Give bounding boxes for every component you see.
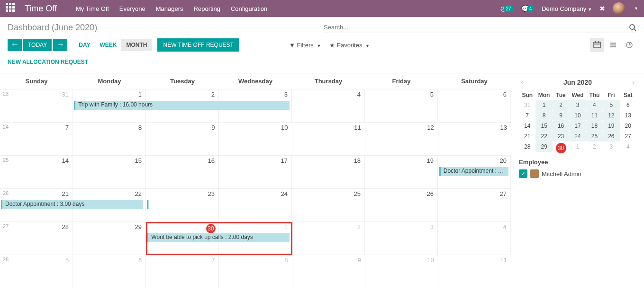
calendar-cell[interactable]: 24 — [219, 189, 292, 221]
calendar-cell[interactable]: 5 — [365, 89, 438, 122]
calendar-cell[interactable]: 6 — [438, 89, 511, 122]
mini-day[interactable]: 21 — [519, 131, 535, 142]
mini-day[interactable]: 10 — [569, 110, 586, 121]
mini-day[interactable]: 3 — [603, 142, 619, 152]
calendar-cell[interactable]: 19 — [365, 156, 438, 188]
nav-my-time-off[interactable]: My Time Off — [76, 5, 109, 12]
mini-day[interactable]: 15 — [535, 121, 552, 131]
calendar-cell[interactable]: 247 — [0, 123, 73, 155]
search-bar[interactable] — [324, 22, 636, 33]
view-month[interactable]: MONTH — [121, 39, 152, 51]
mini-day[interactable]: 30 — [553, 142, 569, 152]
calendar-cell[interactable]: 26 — [365, 189, 438, 221]
calendar-cell[interactable]: 12 — [365, 123, 438, 155]
mini-day[interactable]: 4 — [586, 100, 603, 110]
mini-day[interactable]: 2 — [586, 142, 603, 152]
calendar-cell[interactable]: 11 — [292, 123, 365, 155]
mini-day[interactable]: 1 — [569, 142, 586, 152]
calendar-cell[interactable]: 285 — [0, 255, 73, 288]
calendar-cell[interactable]: 6 — [73, 255, 146, 288]
mini-day[interactable]: 13 — [620, 110, 636, 121]
mini-day[interactable]: 8 — [535, 110, 552, 121]
today-button[interactable]: TODAY — [23, 39, 52, 51]
user-avatar[interactable] — [613, 2, 625, 15]
mini-day[interactable]: 11 — [586, 110, 603, 121]
company-selector[interactable]: Demo Company▼ — [542, 5, 592, 12]
event-trip[interactable]: Trip with Family : 16.00 hours — [74, 101, 289, 110]
mini-day[interactable]: 23 — [553, 131, 569, 142]
user-menu-caret[interactable]: ▼ — [634, 6, 638, 11]
nav-configuration[interactable]: Configuration — [231, 5, 267, 12]
mini-day[interactable]: 9 — [553, 110, 569, 121]
mini-day[interactable]: 6 — [620, 100, 636, 110]
calendar-cell[interactable]: 8 — [219, 255, 292, 288]
app-brand[interactable]: Time Off — [25, 4, 57, 14]
mini-day[interactable]: 24 — [569, 131, 586, 142]
calendar-cell[interactable]: 10 — [365, 255, 438, 288]
prev-button[interactable]: 🡐 — [8, 39, 22, 51]
mini-day[interactable]: 5 — [603, 100, 619, 110]
nav-everyone[interactable]: Everyone — [119, 5, 145, 12]
nav-managers[interactable]: Managers — [156, 5, 183, 12]
mini-day[interactable]: 3 — [569, 100, 586, 110]
employee-checkbox[interactable]: ✓ — [519, 169, 527, 178]
calendar-view-icon[interactable] — [590, 38, 604, 52]
mini-prev-icon[interactable]: ‹ — [519, 78, 525, 87]
calendar-cell[interactable]: 29 — [73, 222, 146, 255]
mini-day[interactable]: 27 — [620, 131, 636, 142]
mini-day[interactable]: 12 — [603, 110, 619, 121]
search-icon[interactable] — [629, 24, 636, 31]
calendar-cell[interactable]: 2331 — [0, 89, 73, 122]
new-request-button[interactable]: NEW TIME OFF REQUEST — [157, 38, 239, 52]
favorites-dropdown[interactable]: ★ Favorites ▼ — [329, 42, 370, 49]
calendar-cell[interactable]: 23 — [146, 189, 219, 221]
nav-reporting[interactable]: Reporting — [194, 5, 220, 12]
calendar-cell[interactable]: 9 — [292, 255, 365, 288]
calendar-body[interactable]: 2331123456Trip with Family : 16.00 hours… — [0, 89, 511, 288]
mini-day[interactable]: 16 — [553, 121, 569, 131]
calendar-cell[interactable]: 8 — [73, 123, 146, 155]
view-day[interactable]: DAY — [74, 39, 95, 51]
calendar-cell[interactable]: 2 — [292, 222, 365, 255]
apps-icon[interactable] — [6, 3, 17, 14]
calendar-cell[interactable]: 4 — [438, 222, 511, 255]
calendar-cell[interactable]: 18 — [292, 156, 365, 188]
calendar-cell[interactable]: 25 — [292, 189, 365, 221]
event-calls[interactable]: Wont be able to pick up calls : 2.00 day… — [147, 233, 289, 242]
calendar-cell[interactable]: 3 — [365, 222, 438, 255]
filters-dropdown[interactable]: ▼ Filters ▼ — [289, 42, 321, 49]
mini-day[interactable]: 31 — [519, 100, 535, 110]
mini-day[interactable]: 7 — [519, 110, 535, 121]
calendar-cell[interactable]: 2514 — [0, 156, 73, 188]
calendar-cell[interactable]: 4 — [292, 89, 365, 122]
calendar-cell[interactable]: 16 — [146, 156, 219, 188]
view-week[interactable]: WEEK — [95, 39, 121, 51]
mini-day[interactable]: 29 — [535, 142, 552, 152]
event-doctor-cont[interactable] — [147, 200, 149, 209]
activity-view-icon[interactable] — [622, 38, 636, 52]
mini-day[interactable]: 28 — [519, 142, 535, 152]
clock-badge[interactable]: ◴ 27 — [500, 5, 514, 12]
mini-cal-body[interactable]: 3112345678910111213141516171819202122232… — [519, 100, 636, 152]
debug-icon[interactable]: ✖ — [599, 5, 605, 12]
calendar-cell[interactable]: 10 — [219, 123, 292, 155]
mini-day[interactable]: 4 — [620, 142, 636, 152]
calendar-cell[interactable]: 7 — [146, 255, 219, 288]
event-doctor-short[interactable]: Doctor Appointment : ... — [439, 167, 508, 176]
calendar-cell[interactable]: 13 — [438, 123, 511, 155]
mini-day[interactable]: 17 — [569, 121, 586, 131]
mini-day[interactable]: 1 — [535, 100, 552, 110]
mini-day[interactable]: 20 — [620, 121, 636, 131]
new-allocation-link[interactable]: NEW ALLOCATION REQUEST — [8, 57, 88, 67]
mini-day[interactable]: 19 — [603, 121, 619, 131]
event-doctor-long[interactable]: Doctor Appointment : 3.00 days — [1, 200, 143, 209]
calendar-cell[interactable]: 11 — [438, 255, 511, 288]
calendar-cell[interactable]: 9 — [146, 123, 219, 155]
mini-day[interactable]: 26 — [603, 131, 619, 142]
next-button[interactable]: 🡒 — [53, 39, 67, 51]
calendar-cell[interactable]: 2728 — [0, 222, 73, 255]
employee-row[interactable]: ✓ Mitchell Admin — [519, 169, 636, 178]
list-view-icon[interactable] — [606, 38, 620, 52]
mini-day[interactable]: 2 — [553, 100, 569, 110]
mini-day[interactable]: 14 — [519, 121, 535, 131]
